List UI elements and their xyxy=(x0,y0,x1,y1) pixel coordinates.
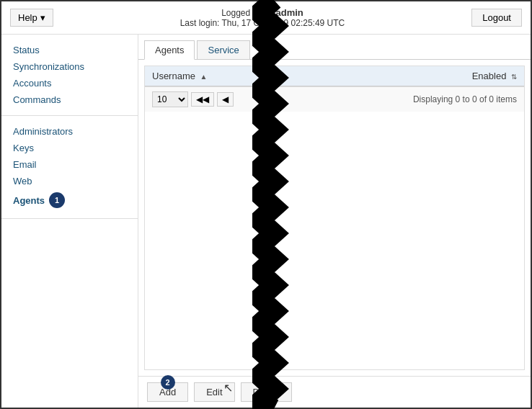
cursor-icon: ↖ xyxy=(223,381,233,395)
sidebar-item-synchronizations[interactable]: Synchronizations xyxy=(1,58,138,75)
tab-agents[interactable]: Agents xyxy=(144,40,195,60)
first-page-button[interactable]: ◀◀ xyxy=(191,92,214,107)
logged-in-text: Logged in as: xyxy=(221,8,273,18)
sidebar-item-agents[interactable]: Agents 1 xyxy=(1,189,138,211)
bottom-action-bar: 2 Add Edit Delete ↖ xyxy=(138,376,531,408)
main-layout: Status Synchronizations Accounts Command… xyxy=(1,35,531,408)
displaying-text: Displaying 0 to 0 of 0 items xyxy=(413,94,517,104)
sidebar-item-commands[interactable]: Commands xyxy=(1,91,138,108)
sidebar-item-status[interactable]: Status xyxy=(1,42,138,58)
help-label: Help xyxy=(18,12,37,23)
header: Help ▾ Logged in as: admin Last login: T… xyxy=(1,1,531,35)
agents-label: Agents xyxy=(13,195,45,206)
page-size-select[interactable]: 10 25 50 100 xyxy=(152,91,188,107)
agents-table: Username ▲ Enabled ⇅ xyxy=(145,66,524,86)
delete-button[interactable]: Delete xyxy=(241,382,293,402)
sidebar-item-keys[interactable]: Keys xyxy=(1,140,138,156)
sidebar-section-1: Status Synchronizations Accounts Command… xyxy=(1,42,138,116)
prev-page-button[interactable]: ◀ xyxy=(217,92,234,107)
tabs-bar: Agents Service xyxy=(138,35,531,60)
agents-table-area: Username ▲ Enabled ⇅ xyxy=(144,66,525,370)
chevron-down-icon: ▾ xyxy=(40,12,45,23)
table-header-row: Username ▲ Enabled ⇅ xyxy=(145,66,524,86)
add-badge: 2 xyxy=(161,375,175,390)
logout-button[interactable]: Logout xyxy=(471,9,522,27)
sidebar-item-administrators[interactable]: Administrators xyxy=(1,123,138,140)
tab-service[interactable]: Service xyxy=(197,40,249,59)
enabled-col-label: Enabled xyxy=(472,71,507,81)
sidebar-section-2: Administrators Keys Email Web Agents 1 xyxy=(1,123,138,219)
last-login-text: Last login: Thu, 17 Oct 2019 02:25:49 UT… xyxy=(180,18,345,28)
pagination-bar: 10 25 50 100 ◀◀ ◀ Displaying 0 to 0 of 0… xyxy=(145,86,524,112)
agents-badge: 1 xyxy=(49,192,65,208)
content-area: Agents Service Username ▲ Enabled ⇅ xyxy=(138,35,531,408)
add-button-container: 2 Add xyxy=(147,382,188,402)
username-sort-icon: ▲ xyxy=(200,73,208,81)
enabled-sort-icon: ⇅ xyxy=(511,73,517,81)
admin-username: admin xyxy=(276,7,303,18)
sidebar-item-accounts[interactable]: Accounts xyxy=(1,75,138,91)
sidebar-item-email[interactable]: Email xyxy=(1,156,138,173)
login-info: Logged in as: admin Last login: Thu, 17 … xyxy=(180,7,345,28)
sidebar-item-web[interactable]: Web xyxy=(1,173,138,189)
pagination-left: 10 25 50 100 ◀◀ ◀ xyxy=(152,91,234,107)
username-col-label: Username xyxy=(152,71,195,81)
column-header-username[interactable]: Username ▲ xyxy=(145,66,438,86)
column-header-enabled[interactable]: Enabled ⇅ xyxy=(438,66,524,86)
sidebar: Status Synchronizations Accounts Command… xyxy=(1,35,138,408)
help-button[interactable]: Help ▾ xyxy=(10,9,53,27)
